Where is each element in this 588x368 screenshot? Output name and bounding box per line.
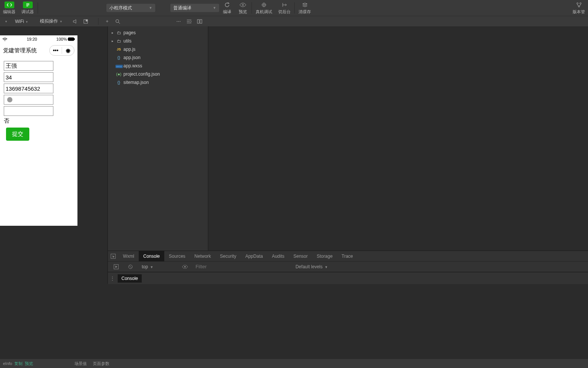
chevron-right-icon: ▸ bbox=[112, 31, 115, 35]
svg-point-3 bbox=[580, 3, 581, 4]
split-icon[interactable] bbox=[195, 17, 204, 26]
tab-security[interactable]: Security bbox=[215, 251, 241, 262]
age-input[interactable] bbox=[4, 72, 53, 82]
file-sitemap-json[interactable]: {} sitemap.json bbox=[108, 78, 208, 87]
preview-link[interactable]: 预览 bbox=[25, 361, 33, 366]
mute-icon[interactable] bbox=[71, 17, 79, 26]
svg-point-7 bbox=[116, 20, 119, 23]
clear-cache-button[interactable]: 清缓存 bbox=[296, 0, 314, 16]
svg-rect-11 bbox=[68, 38, 74, 41]
compile-mode-dropdown[interactable]: 普通编译▼ bbox=[170, 4, 219, 12]
boolean-text: 否 bbox=[4, 117, 74, 125]
chevron-down-icon: ▼ bbox=[150, 265, 153, 269]
log-levels-dropdown[interactable]: Default levels ▼ bbox=[296, 264, 328, 269]
status-bar: 19:20 100% bbox=[0, 35, 77, 43]
file-app-js[interactable]: JS app.js bbox=[108, 45, 208, 53]
capsule-close-button[interactable]: ◉ bbox=[62, 45, 74, 56]
mode-dropdown[interactable]: 小程序模式▼ bbox=[106, 4, 155, 12]
clear-console-icon[interactable] bbox=[125, 262, 136, 272]
page-info: eInfo bbox=[3, 361, 12, 366]
tab-wxml[interactable]: Wxml bbox=[118, 251, 139, 262]
submit-button[interactable]: 提交 bbox=[6, 128, 29, 141]
refresh-icon bbox=[222, 2, 232, 8]
json-icon: {} bbox=[115, 80, 122, 85]
tab-storage[interactable]: Storage bbox=[312, 251, 337, 262]
chevron-down-icon: ▼ bbox=[149, 6, 152, 10]
folder-pages[interactable]: ▸🗀 pages bbox=[108, 29, 208, 37]
layers-icon bbox=[300, 2, 310, 8]
tab-sensor[interactable]: Sensor bbox=[289, 251, 312, 262]
json-icon: {} bbox=[115, 55, 122, 60]
inspect-icon[interactable] bbox=[108, 251, 118, 262]
compile-button[interactable]: 编译 bbox=[219, 0, 235, 16]
remote-debug-button[interactable]: 真机调试 bbox=[253, 0, 275, 16]
file-project-config[interactable]: (●) project.config.json bbox=[108, 70, 208, 78]
wxss-icon: wxss bbox=[115, 64, 122, 68]
tab-audits[interactable]: Audits bbox=[267, 251, 289, 262]
capsule: ••• ◉ bbox=[49, 45, 74, 56]
network-dropdown[interactable]: WiFi ▾ bbox=[12, 18, 35, 25]
page-params[interactable]: 页面参数 bbox=[93, 361, 109, 366]
search-button[interactable] bbox=[114, 17, 122, 26]
folder-icon: 🗀 bbox=[115, 39, 122, 43]
copy-link[interactable]: 复制 bbox=[14, 361, 23, 366]
tab-network[interactable]: Network bbox=[190, 251, 215, 262]
live-expr-icon[interactable] bbox=[180, 262, 190, 272]
bug-icon bbox=[259, 2, 269, 8]
editor-toggle[interactable]: 编辑器 bbox=[0, 0, 18, 16]
file-app-json[interactable]: {} app.json bbox=[108, 53, 208, 62]
folder-icon: 🗀 bbox=[115, 30, 122, 35]
name-input[interactable] bbox=[4, 61, 53, 71]
chevron-down-icon: ▾ bbox=[26, 20, 28, 24]
drawer-menu-icon[interactable]: ⋮ bbox=[108, 276, 117, 281]
svg-point-2 bbox=[577, 3, 578, 4]
phone-input[interactable] bbox=[4, 84, 53, 93]
separator bbox=[252, 2, 252, 14]
svg-point-10 bbox=[5, 40, 5, 41]
debugger-toggle[interactable]: 调试器 bbox=[18, 0, 37, 16]
folder-utils[interactable]: ▸🗀 utils bbox=[108, 37, 208, 45]
context-dropdown[interactable]: top ▼ bbox=[139, 263, 176, 270]
popout-button[interactable] bbox=[82, 17, 90, 26]
tab-console[interactable]: Console bbox=[139, 251, 164, 262]
preview-button[interactable]: 预览 bbox=[235, 0, 251, 16]
slider-knob[interactable] bbox=[7, 97, 12, 102]
code-icon bbox=[5, 2, 14, 8]
chevron-right-icon: ▸ bbox=[112, 39, 115, 43]
simulator-screen: 19:20 100% 党建管理系统 ••• ◉ 否 提交 bbox=[0, 35, 77, 226]
debug-icon bbox=[23, 2, 33, 8]
tab-sources[interactable]: Sources bbox=[164, 251, 190, 262]
empty-input[interactable] bbox=[4, 106, 53, 116]
chevron-down-icon: ▾ bbox=[60, 20, 62, 23]
svg-point-16 bbox=[184, 266, 186, 268]
more-icon[interactable]: ⋯ bbox=[174, 17, 183, 26]
signal-icon bbox=[2, 37, 8, 41]
file-app-wxss[interactable]: wxss app.wxss bbox=[108, 62, 208, 70]
scene-value[interactable]: 场景值 bbox=[74, 361, 87, 366]
eye-icon bbox=[238, 2, 248, 8]
file-explorer: ▸🗀 pages ▸🗀 utils JS app.js {} app.json … bbox=[108, 26, 208, 251]
device-dropdown[interactable]: ▾ bbox=[2, 17, 10, 26]
background-icon bbox=[280, 2, 289, 8]
svg-rect-6 bbox=[86, 20, 88, 21]
slider-input[interactable] bbox=[4, 95, 53, 105]
svg-rect-9 bbox=[200, 20, 202, 23]
tab-appdata[interactable]: AppData bbox=[241, 251, 267, 262]
filter-input[interactable] bbox=[194, 263, 292, 270]
add-file-button[interactable]: ＋ bbox=[103, 17, 111, 26]
branch-icon bbox=[574, 2, 584, 8]
config-icon: (●) bbox=[115, 72, 122, 76]
js-icon: JS bbox=[115, 47, 122, 51]
capsule-menu-button[interactable]: ••• bbox=[50, 45, 62, 56]
mock-operation-dropdown[interactable]: 模拟操作 ▾ bbox=[37, 17, 68, 25]
page-title: 党建管理系统 bbox=[3, 47, 37, 54]
console-play-icon[interactable] bbox=[111, 262, 121, 272]
chevron-down-icon: ▼ bbox=[324, 265, 328, 269]
version-button[interactable]: 版本管 bbox=[570, 0, 588, 16]
svg-point-0 bbox=[242, 4, 244, 6]
tab-trace[interactable]: Trace bbox=[337, 251, 358, 262]
indent-icon[interactable] bbox=[185, 17, 193, 26]
drawer-console-tab[interactable]: Console bbox=[118, 274, 142, 283]
background-button[interactable]: 切后台 bbox=[275, 0, 294, 16]
battery-icon bbox=[68, 37, 75, 41]
